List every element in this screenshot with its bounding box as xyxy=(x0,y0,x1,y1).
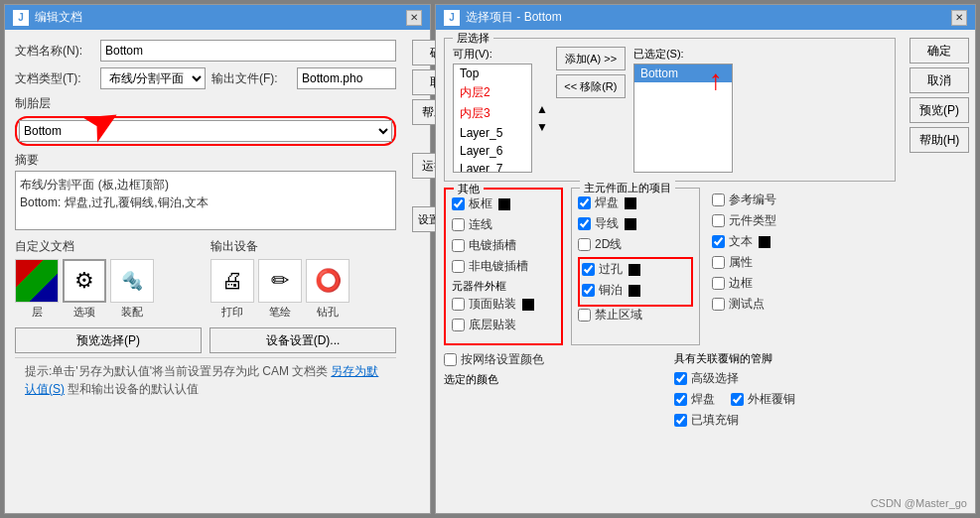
checkbox-copper: 铜泊 xyxy=(582,282,689,299)
print-icon-box: 🖨 xyxy=(210,259,254,303)
icon-print[interactable]: 🖨 打印 xyxy=(210,259,254,320)
two-col-section: 自定义文档 层 ⚙ 选项 🔩 装配 xyxy=(15,238,396,324)
layer-label: 制胎层 xyxy=(15,95,396,112)
pen-icon-box: ✏ xyxy=(258,259,302,303)
list-item-layer6[interactable]: Layer_6 xyxy=(454,142,531,160)
add-button[interactable]: 添加(A) >> xyxy=(556,47,626,70)
cb-via[interactable] xyxy=(582,263,595,276)
options-sections: 其他 板框 连线 电镀插槽 非电镀插槽 元器件外框 xyxy=(444,188,896,345)
watermark: CSDN @Master_go xyxy=(871,497,967,509)
cb-top-smd[interactable] xyxy=(452,298,465,311)
available-section: 可用(V): Top 内层2 内层3 Layer_5 Layer_6 Layer… xyxy=(453,47,548,173)
option-icon-label: 选项 xyxy=(73,305,95,320)
cb-outer-copper[interactable] xyxy=(731,393,744,406)
right-close-button[interactable]: ✕ xyxy=(951,10,967,26)
summary-line2: Bottom: 焊盘,过孔,覆铜线,铜泊,文本 xyxy=(20,194,391,211)
output-device-section: 输出设备 🖨 打印 ✏ 笔绘 ⭕ 钻孔 xyxy=(210,238,396,324)
right-window: J 选择项目 - Bottom ✕ 层选择 可用(V): Top 内层2 xyxy=(435,4,976,514)
summary-box: 布线/分割平面 (板,边框顶部) Bottom: 焊盘,过孔,覆铜线,铜泊,文本 xyxy=(15,171,396,230)
checkbox-fill-copper: 已填充铜 xyxy=(674,412,897,429)
drill-icon-label: 钻孔 xyxy=(317,305,339,320)
left-window-icon: J xyxy=(13,10,29,26)
list-item-inner2[interactable]: 内层2 xyxy=(454,82,531,103)
icon-option[interactable]: ⚙ 选项 xyxy=(63,259,106,320)
others-label: 其他 xyxy=(454,182,484,196)
list-item-layer5[interactable]: Layer_5 xyxy=(454,124,531,142)
layer-icon-box xyxy=(15,259,59,303)
layer-icon-label: 层 xyxy=(32,305,43,320)
cb-attribute[interactable] xyxy=(712,256,725,269)
cb-2d-line[interactable] xyxy=(578,238,591,251)
available-list[interactable]: Top 内层2 内层3 Layer_5 Layer_6 Layer_7 xyxy=(453,64,532,173)
top-components-label: 主元件面上的项目 xyxy=(580,181,675,195)
cb-non-plated-slot[interactable] xyxy=(452,260,465,273)
drill-icon-box: ⭕ xyxy=(306,259,350,303)
cb-text[interactable] xyxy=(712,235,725,248)
icon-pen[interactable]: ✏ 笔绘 xyxy=(258,259,302,320)
checkbox-pad: 焊盘 xyxy=(578,194,693,211)
bottom-buttons: 预览选择(P) 设备设置(D)... xyxy=(15,324,396,357)
output-file-input[interactable] xyxy=(297,67,396,89)
custom-doc-icons: 层 ⚙ 选项 🔩 装配 xyxy=(15,259,201,320)
cb-refdes[interactable] xyxy=(712,194,725,206)
assemble-icon-label: 装配 xyxy=(121,305,143,320)
layer-select[interactable]: Bottom xyxy=(19,120,392,142)
doc-type-label: 文档类型(T): xyxy=(15,70,94,87)
others-section: 其他 板框 连线 电镀插槽 非电镀插槽 元器件外框 xyxy=(444,188,563,345)
preview-button-right[interactable]: 预览(P) xyxy=(910,97,969,123)
cb-network-color-label: 按网络设置颜色 xyxy=(461,351,544,368)
cb-border[interactable] xyxy=(712,277,725,290)
assemble-icon-box: 🔩 xyxy=(110,259,154,303)
checkbox-plated-slot: 电镀插槽 xyxy=(452,237,555,254)
cb-testpoint[interactable] xyxy=(712,298,725,311)
help-button-right[interactable]: 帮助(H) xyxy=(910,127,969,153)
cb-pad[interactable] xyxy=(578,196,591,209)
doc-type-select[interactable]: 布线/分割平面 xyxy=(100,67,206,89)
cb-keepout[interactable] xyxy=(578,309,591,322)
cb-advanced[interactable] xyxy=(674,372,687,385)
doc-name-input[interactable] xyxy=(100,40,396,62)
checkbox-bottom-smd: 底层贴装 xyxy=(452,317,555,333)
cb-wire[interactable] xyxy=(452,218,465,231)
icon-drill[interactable]: ⭕ 钻孔 xyxy=(306,259,350,320)
confirm-button-right[interactable]: 确定 xyxy=(910,38,969,64)
cb-fill-copper[interactable] xyxy=(674,414,687,427)
list-item-top[interactable]: Top xyxy=(454,65,531,82)
cb-comp-type-label: 元件类型 xyxy=(729,212,776,229)
output-file-label: 输出文件(F): xyxy=(211,70,291,87)
remove-button[interactable]: << 移除(R) xyxy=(556,74,626,98)
cb-solder-pad-label: 焊盘 xyxy=(691,391,715,408)
device-settings-button[interactable]: 设备设置(D)... xyxy=(210,327,396,353)
cb-bottom-smd-label: 底层贴装 xyxy=(469,317,516,333)
cancel-button-right[interactable]: 取消 xyxy=(910,67,969,93)
checkbox-board-frame: 板框 xyxy=(452,195,555,212)
list-item-layer7[interactable]: Layer_7 xyxy=(454,160,531,173)
cb-bottom-smd[interactable] xyxy=(452,319,465,331)
cb-board-frame[interactable] xyxy=(452,197,465,210)
list-item-inner3[interactable]: 内层3 xyxy=(454,103,531,124)
cb-plated-slot[interactable] xyxy=(452,239,465,252)
cb-comp-type[interactable] xyxy=(712,214,725,227)
via-square xyxy=(629,264,640,276)
bottom-area: 按网络设置颜色 选定的颜色 具有关联覆铜的管脚 高级选择 焊盘 外框覆铜 xyxy=(444,351,896,433)
icon-layer[interactable]: 层 xyxy=(15,259,59,320)
right-checkboxes-section: 参考编号 元件类型 文本 属性 边框 测试点 xyxy=(708,188,780,345)
left-window: J 编辑文档 ✕ ➤ 文档名称(N): 文档类型(T): 布线/分割平面 输出文… xyxy=(4,4,431,514)
cb-trace[interactable] xyxy=(578,217,591,230)
preview-select-button[interactable]: 预览选择(P) xyxy=(15,327,202,353)
checkbox-comp-type: 元件类型 xyxy=(712,212,776,229)
doc-name-row: 文档名称(N): xyxy=(15,40,396,62)
cb-solder-pad[interactable] xyxy=(674,393,687,406)
checkbox-wire: 连线 xyxy=(452,216,555,233)
cb-trace-label: 导线 xyxy=(595,215,619,232)
icon-assemble[interactable]: 🔩 装配 xyxy=(110,259,154,320)
selected-section: 已选定(S): Bottom ↑ xyxy=(633,47,733,173)
selected-label: 已选定(S): xyxy=(633,47,733,62)
top-smd-square xyxy=(522,299,534,311)
cb-via-label: 过孔 xyxy=(599,261,623,278)
left-close-button[interactable]: ✕ xyxy=(406,10,422,26)
scroll-up-icon: ▲ xyxy=(536,102,548,116)
cb-network-color[interactable] xyxy=(444,353,457,366)
cb-copper[interactable] xyxy=(582,284,595,297)
summary-line1: 布线/分割平面 (板,边框顶部) xyxy=(20,176,391,194)
